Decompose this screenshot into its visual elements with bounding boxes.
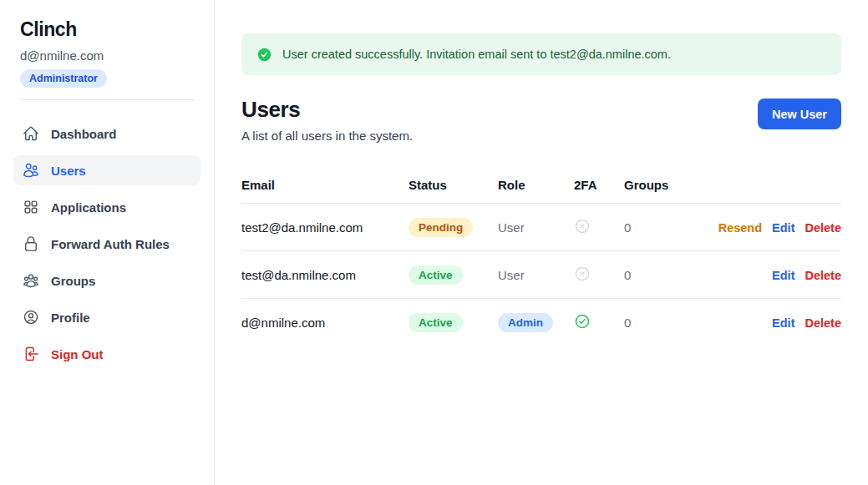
edit-action-link[interactable]: Edit	[772, 316, 794, 330]
role-cell: Admin	[498, 299, 574, 346]
delete-action-link[interactable]: Delete	[805, 269, 841, 282]
role-text: User	[498, 220, 525, 235]
sidebar-item-label: Profile	[51, 311, 90, 325]
resend-action-link[interactable]: Resend	[718, 221, 762, 235]
role-cell: User	[498, 204, 574, 251]
delete-action-link[interactable]: Delete	[805, 221, 841, 235]
sidebar-item-users[interactable]: Users	[13, 155, 201, 185]
groups-count: 0	[624, 251, 699, 299]
sidebar-item-label: Forward Auth Rules	[51, 237, 170, 251]
sidebar-item-label: Groups	[51, 274, 95, 288]
twofa-cell	[574, 299, 624, 346]
sidebar-item-groups[interactable]: Groups	[13, 265, 201, 296]
row-actions: EditDelete	[699, 251, 841, 299]
sidebar-item-dashboard[interactable]: Dashboard	[13, 119, 201, 149]
page-subtitle: A list of all users in the system.	[241, 129, 413, 143]
sidebar-item-label: Users	[51, 164, 86, 178]
page-title: Users	[241, 97, 413, 123]
sidebar-item-label: Dashboard	[51, 127, 116, 141]
user-circle-icon	[23, 309, 39, 326]
sidebar-item-applications[interactable]: Applications	[13, 192, 201, 222]
applications-grid-icon	[23, 199, 39, 215]
users-table: EmailStatusRole2FAGroups test2@da.nmilne…	[241, 178, 841, 346]
edit-action-link[interactable]: Edit	[772, 269, 794, 282]
twofa-disabled-icon	[574, 218, 591, 235]
user-email: test@da.nmilne.com	[241, 251, 409, 299]
users-icon	[23, 162, 39, 179]
twofa-cell	[574, 204, 624, 251]
groups-count: 0	[624, 299, 699, 346]
column-header-role: Role	[498, 178, 574, 204]
delete-action-link[interactable]: Delete	[805, 316, 841, 330]
user-email: test2@da.nmilne.com	[241, 204, 409, 251]
sidebar: Clinch d@nmilne.com Administrator Dashbo…	[0, 0, 215, 485]
twofa-disabled-icon	[574, 265, 591, 282]
role-cell: User	[498, 251, 574, 299]
column-header-groups: Groups	[624, 178, 699, 204]
success-notification: User created successfully. Invitation em…	[241, 33, 841, 75]
twofa-cell	[574, 251, 624, 299]
home-icon	[23, 125, 39, 142]
role-text: User	[498, 268, 525, 282]
sidebar-item-sign-out[interactable]: Sign Out	[13, 339, 201, 369]
column-header-email: Email	[241, 178, 409, 204]
table-row: d@nmilne.com Active Admin 0 EditDelete	[241, 299, 841, 346]
notification-message: User created successfully. Invitation em…	[282, 48, 671, 61]
new-user-button[interactable]: New User	[758, 99, 841, 129]
user-group-icon	[23, 272, 39, 289]
sidebar-item-label: Sign Out	[51, 347, 104, 361]
current-user-email: d@nmilne.com	[13, 48, 201, 63]
users-table-body: test2@da.nmilne.com Pending User 0 Resen…	[241, 204, 841, 346]
status-badge: Pending	[409, 218, 473, 237]
status-cell: Active	[409, 299, 498, 346]
main-content: User created successfully. Invitation em…	[215, 0, 868, 485]
sidebar-item-forward-auth-rules[interactable]: Forward Auth Rules	[13, 229, 201, 259]
table-header-row: EmailStatusRole2FAGroups	[241, 178, 841, 204]
administrator-badge: Administrator	[20, 69, 107, 88]
edit-action-link[interactable]: Edit	[772, 221, 794, 235]
table-row: test2@da.nmilne.com Pending User 0 Resen…	[241, 204, 841, 251]
status-badge: Active	[409, 265, 463, 285]
table-row: test@da.nmilne.com Active User 0 EditDel…	[241, 251, 841, 299]
sign-out-icon	[23, 346, 39, 362]
page-header: Users A list of all users in the system.…	[241, 97, 841, 143]
column-header-actions	[699, 178, 841, 204]
status-cell: Pending	[409, 204, 498, 251]
status-cell: Active	[409, 251, 498, 299]
sidebar-item-label: Applications	[51, 200, 126, 215]
row-actions: EditDelete	[699, 299, 841, 346]
sidebar-item-profile[interactable]: Profile	[13, 302, 201, 332]
row-actions: ResendEditDelete	[699, 204, 841, 251]
sidebar-nav: Dashboard Users Applications Forward Aut…	[13, 119, 201, 369]
twofa-enabled-icon	[574, 313, 591, 330]
page-heading-block: Users A list of all users in the system.	[241, 97, 413, 143]
app-window: Clinch d@nmilne.com Administrator Dashbo…	[0, 0, 868, 485]
column-header-2fa: 2FA	[574, 178, 624, 204]
check-circle-icon	[257, 48, 272, 62]
groups-count: 0	[624, 204, 699, 251]
status-badge: Active	[409, 313, 463, 332]
sidebar-divider	[20, 99, 194, 100]
lock-icon	[23, 235, 39, 252]
role-badge: Admin	[498, 313, 553, 332]
brand-title: Clinch	[13, 18, 201, 41]
user-email: d@nmilne.com	[241, 299, 409, 346]
column-header-status: Status	[409, 178, 498, 204]
